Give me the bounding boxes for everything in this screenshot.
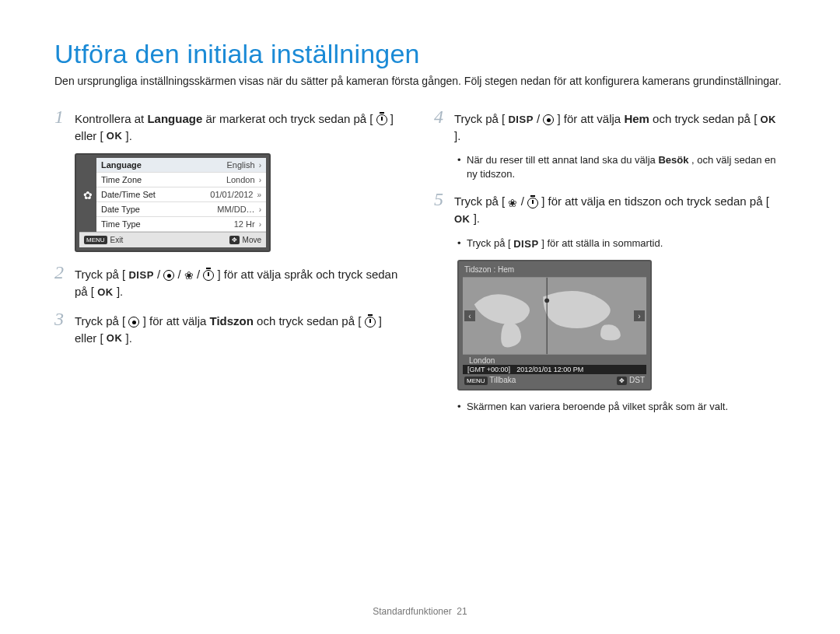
chevron-right-icon: »	[257, 191, 261, 199]
bold: Tidszon	[210, 314, 254, 328]
step-number: 4	[434, 107, 448, 126]
sep: /	[157, 268, 160, 281]
bullet: Skärmen kan variera beroende på vilket s…	[457, 400, 786, 414]
tz-foot-left: MENU Tillbaka	[464, 376, 516, 385]
nav-icon: ✥	[617, 377, 627, 385]
text: DST	[629, 376, 645, 384]
step-number: 1	[54, 107, 68, 126]
world-map-svg	[463, 277, 646, 355]
lcd-rows: Language English › Time Zone London ›	[96, 158, 266, 232]
text: Tryck på [	[75, 314, 125, 328]
page: Utföra den initiala inställningen Den ur…	[0, 0, 840, 634]
lcd-value: 01/01/2012 »	[210, 190, 261, 199]
ok-icon: OK	[107, 331, 123, 346]
arrow-left-icon: ‹	[464, 310, 475, 321]
right-column: 4 Tryck på [ DISP / ] för att välja Hem …	[434, 107, 786, 423]
lcd-value: 12 Hr ›	[234, 219, 261, 229]
flower-icon: ❀	[184, 270, 194, 281]
step-3: 3 Tryck på [ ] för att välja Tidszon och…	[54, 310, 406, 347]
intro-text: Den ursprungliga inställningsskärmen vis…	[54, 74, 786, 89]
svg-point-2	[544, 299, 549, 303]
text: MM/DD…	[217, 205, 254, 214]
lcd-value: London ›	[226, 175, 261, 184]
step-number: 3	[54, 310, 68, 328]
text: ].	[126, 331, 132, 345]
text: och tryck sedan på [	[257, 314, 361, 328]
text: Tryck på [	[454, 194, 505, 208]
text: 12 Hr	[234, 219, 255, 229]
text: Exit	[110, 236, 124, 244]
mode-icon	[163, 270, 174, 281]
tz-gmt: [GMT +00:00]	[467, 366, 510, 373]
chevron-right-icon: ›	[259, 205, 261, 214]
disp-icon: DISP	[128, 268, 153, 283]
lcd-footer: MENU Exit ✥ Move	[79, 232, 266, 247]
bold: Language	[147, 112, 202, 125]
text: ].	[126, 129, 132, 142]
lcd-row-language: Language English ›	[96, 158, 266, 173]
menu-icon: MENU	[464, 377, 488, 385]
step5-bullets: Tryck på [ DISP ] för att ställa in somm…	[457, 236, 786, 250]
page-title: Utföra den initiala inställningen	[54, 39, 786, 69]
settings-screenshot: ✿ Language English › Time Zone	[75, 153, 271, 252]
sep: /	[537, 112, 540, 125]
lcd-row-timezone: Time Zone London ›	[96, 173, 266, 187]
sep: /	[197, 268, 200, 281]
text: Tryck på [	[454, 112, 505, 125]
step-body: Tryck på [ DISP / / ❀ / ] för att välja …	[75, 266, 406, 300]
text: Tryck på [	[75, 268, 125, 281]
timer-icon	[376, 114, 387, 125]
text: London	[226, 175, 255, 184]
disp-icon: DISP	[508, 113, 533, 128]
step-number: 5	[434, 190, 448, 208]
lcd-label: Time Type	[101, 219, 141, 229]
world-map: ‹ ›	[463, 277, 646, 355]
ok-icon: OK	[107, 129, 123, 144]
step-2: 2 Tryck på [ DISP / / ❀ / ] för att välj…	[54, 263, 406, 300]
flower-icon: ❀	[508, 198, 517, 208]
ok-icon: OK	[97, 285, 114, 300]
text: Tillbaka	[489, 376, 516, 384]
chevron-right-icon: ›	[259, 220, 261, 229]
menu-icon: MENU	[84, 236, 107, 244]
tz-foot-right: ✥ DST	[617, 376, 645, 385]
text: English	[227, 160, 255, 170]
step-body: Tryck på [ DISP / ] för att välja Hem oc…	[454, 110, 786, 145]
step-body: Tryck på [ ❀ / ] för att välja en tidszo…	[454, 193, 786, 227]
columns: 1 Kontrollera at Language är markerat oc…	[54, 107, 786, 423]
left-column: 1 Kontrollera at Language är markerat oc…	[54, 107, 406, 423]
mode-icon	[543, 114, 554, 125]
step-number: 2	[54, 263, 68, 282]
tz-info: [GMT +00:00] 2012/01/01 12:00 PM	[463, 365, 646, 374]
lcd-row-datetime: Date/Time Set 01/01/2012 »	[96, 187, 266, 202]
text: ] för att ställa in sommartid.	[541, 237, 663, 249]
sep: /	[521, 194, 524, 208]
bold: Hem	[624, 112, 649, 125]
arrow-right-icon: ›	[634, 310, 645, 321]
lcd-label: Language	[101, 160, 142, 170]
text: Move	[243, 236, 261, 244]
lcd-row-datetype: Date Type MM/DD… ›	[96, 202, 266, 217]
tz-city: London	[461, 356, 648, 365]
chevron-right-icon: ›	[259, 161, 261, 170]
text: ].	[117, 285, 123, 298]
bullet: Tryck på [ DISP ] för att ställa in somm…	[457, 236, 786, 250]
lcd-label: Time Zone	[101, 175, 142, 184]
timezone-screenshot: Tidszon : Hem ‹ › London	[457, 260, 652, 391]
lcd-head: ✿ Language English › Time Zone	[79, 158, 266, 232]
lcd-foot-left: MENU Exit	[84, 236, 123, 244]
text: 01/01/2012	[210, 190, 253, 199]
text: ].	[474, 212, 480, 225]
step-4: 4 Tryck på [ DISP / ] för att välja Hem …	[434, 107, 786, 145]
text: ] för att välja	[558, 112, 625, 125]
timer-icon	[365, 317, 376, 328]
gear-icon: ✿	[79, 158, 96, 232]
lcd-foot-right: ✥ Move	[229, 236, 261, 244]
bullet: När du reser till ett annat land ska du …	[457, 153, 786, 180]
tz-datetime: 2012/01/01 12:00 PM	[516, 366, 583, 373]
step-body: Tryck på [ ] för att välja Tidszon och t…	[75, 313, 406, 347]
text: ].	[454, 129, 460, 142]
tz-footer: MENU Tillbaka ✥ DST	[461, 374, 648, 387]
nav-icon: ✥	[229, 236, 240, 244]
text: och tryck sedan på [	[653, 112, 757, 125]
